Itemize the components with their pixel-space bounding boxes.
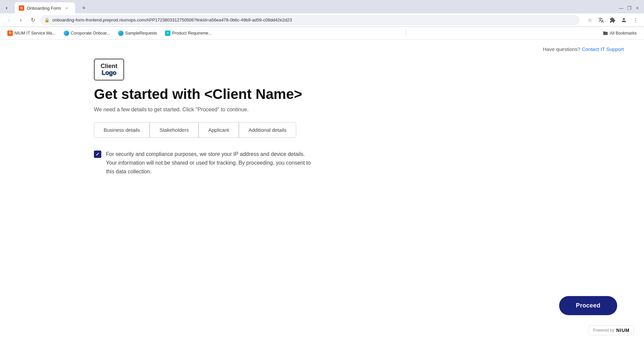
security-icon: 🔒 — [44, 17, 50, 22]
bookmark-product-label: Product Requireme... — [172, 31, 212, 36]
client-logo: Client Logo — [94, 59, 124, 80]
bookmark-corporate-label: Coroporate Onboar... — [71, 31, 110, 36]
address-input[interactable]: 🔒 onboarding-form-frontend.preprod.niumo… — [40, 15, 580, 25]
address-bar: ‹ › ↻ 🔒 onboarding-form-frontend.preprod… — [0, 13, 644, 27]
title-bar: N Onboarding Form × + — ❐ × — [0, 0, 644, 13]
bookmarks-separator — [406, 30, 406, 37]
tab-close-button[interactable]: × — [64, 5, 70, 11]
main-content: Get started with <Client Name> We need a… — [94, 86, 644, 176]
tab-history-button[interactable] — [4, 5, 9, 11]
bookmark-sample-label: SampleRequests — [125, 31, 157, 36]
active-tab[interactable]: N Onboarding Form × — [15, 2, 75, 14]
steps-row: Business details Stakeholders Applicant … — [94, 122, 644, 138]
consent-text: For security and compliance purposes, we… — [106, 150, 311, 176]
star-button[interactable]: ☆ — [585, 15, 594, 25]
extensions-button[interactable] — [608, 15, 617, 25]
bookmark-sample[interactable]: SampleRequests — [115, 29, 160, 37]
translate-button[interactable] — [596, 15, 606, 25]
page-content: Have questions? Contact IT Support Clien… — [0, 40, 644, 342]
consent-row: ✓ For security and compliance purposes, … — [94, 150, 382, 176]
tab-favicon-icon: N — [19, 5, 24, 11]
bookmark-nium-icon: N — [7, 31, 13, 36]
close-window-button[interactable]: × — [635, 5, 640, 11]
bookmark-sample-icon — [118, 31, 123, 36]
checkbox-check-icon: ✓ — [96, 152, 100, 157]
url-text: onboarding-form-frontend.preprod.niumops… — [52, 17, 576, 22]
bookmark-nium-label: NIUM IT Service Ma... — [14, 31, 56, 36]
step-business-details-label: Business details — [104, 127, 140, 133]
powered-by: Powered by NIUM — [589, 325, 634, 335]
nium-logo: NIUM — [616, 328, 630, 333]
window-controls: — ❐ × — [619, 5, 640, 11]
step-applicant: Applicant — [199, 122, 239, 138]
questions-bar: Have questions? Contact IT Support — [0, 40, 644, 52]
step-business-details: Business details — [94, 122, 150, 138]
step-stakeholders: Stakeholders — [150, 122, 199, 138]
profile-button[interactable] — [619, 15, 629, 25]
powered-by-label: Powered by — [593, 328, 614, 333]
step-stakeholders-label: Stakeholders — [159, 127, 189, 133]
bookmarks-bar: N NIUM IT Service Ma... Coroporate Onboa… — [0, 27, 644, 40]
minimize-button[interactable]: — — [619, 5, 624, 11]
tab-title: Onboarding Form — [27, 6, 61, 11]
address-bar-actions: ☆ ⋮ — [585, 15, 640, 25]
logo-line2: Logo — [102, 70, 116, 76]
maximize-button[interactable]: ❐ — [627, 5, 632, 11]
bookmark-product-icon: ✕ — [165, 31, 170, 36]
tab-favicon: N — [19, 5, 24, 11]
subtitle: We need a few details to get started. Cl… — [94, 107, 644, 113]
questions-text: Have questions? — [543, 46, 580, 52]
bookmarks-folder-label: All Bookmarks — [610, 31, 637, 36]
main-heading: Get started with <Client Name> — [94, 86, 644, 103]
contact-it-support-link[interactable]: Contact IT Support — [582, 46, 624, 52]
forward-button[interactable]: › — [16, 15, 25, 25]
folder-icon — [603, 31, 608, 36]
refresh-button[interactable]: ↻ — [28, 15, 38, 25]
bookmark-product[interactable]: ✕ Product Requireme... — [162, 29, 215, 37]
proceed-button[interactable]: Proceed — [559, 296, 617, 315]
menu-button[interactable]: ⋮ — [631, 15, 640, 25]
logo-line1: Client — [101, 63, 117, 70]
bookmark-corporate-icon — [64, 31, 69, 36]
step-additional-details: Additional details — [239, 122, 296, 138]
bookmarks-folder[interactable]: All Bookmarks — [599, 29, 640, 37]
browser-chrome: N Onboarding Form × + — ❐ × ‹ › ↻ 🔒 onbo… — [0, 0, 644, 40]
bookmark-nium[interactable]: N NIUM IT Service Ma... — [4, 29, 59, 37]
proceed-area: Proceed — [559, 296, 617, 315]
back-button[interactable]: ‹ — [4, 15, 13, 25]
bookmark-corporate[interactable]: Coroporate Onboar... — [60, 29, 113, 37]
logo-area: Client Logo — [94, 59, 644, 80]
new-tab-button[interactable]: + — [79, 3, 89, 13]
consent-checkbox[interactable]: ✓ — [94, 151, 101, 158]
step-additional-details-label: Additional details — [249, 127, 286, 133]
step-applicant-label: Applicant — [208, 127, 229, 133]
